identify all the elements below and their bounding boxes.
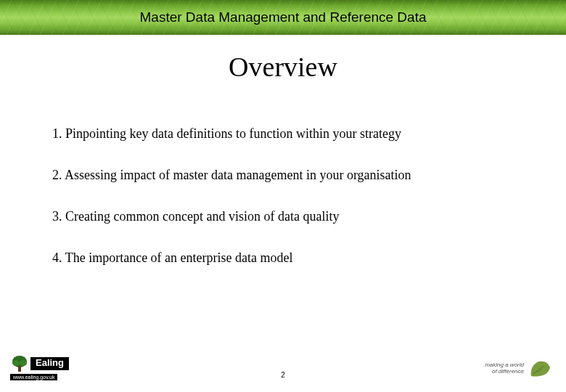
ealing-logo-text: Ealing <box>30 357 69 369</box>
svg-point-2 <box>20 360 27 366</box>
ealing-logo: Ealing www.ealing.gov.uk <box>10 354 69 380</box>
tree-icon <box>10 354 29 373</box>
list-item: 2. Assessing impact of master data manag… <box>52 168 522 183</box>
difference-logo: making a world of difference <box>485 359 553 379</box>
leaf-icon <box>528 359 553 379</box>
ealing-logo-url: www.ealing.gov.uk <box>10 374 57 380</box>
header-banner: Master Data Management and Reference Dat… <box>0 0 566 35</box>
overview-list: 1. Pinpointing key data definitions to f… <box>0 126 566 266</box>
tagline-line: of difference <box>485 369 524 375</box>
list-item: 1. Pinpointing key data definitions to f… <box>52 126 522 142</box>
page-number: 2 <box>281 371 285 379</box>
tagline: making a world of difference <box>485 362 524 375</box>
page-title: Overview <box>0 51 566 83</box>
list-item: 4. The importance of an enterprise data … <box>52 250 522 266</box>
svg-rect-3 <box>18 366 21 372</box>
footer: Ealing www.ealing.gov.uk 2 making a worl… <box>0 350 566 385</box>
svg-point-1 <box>12 360 20 366</box>
list-item: 3. Creating common concept and vision of… <box>52 209 522 224</box>
header-title: Master Data Management and Reference Dat… <box>140 9 427 25</box>
